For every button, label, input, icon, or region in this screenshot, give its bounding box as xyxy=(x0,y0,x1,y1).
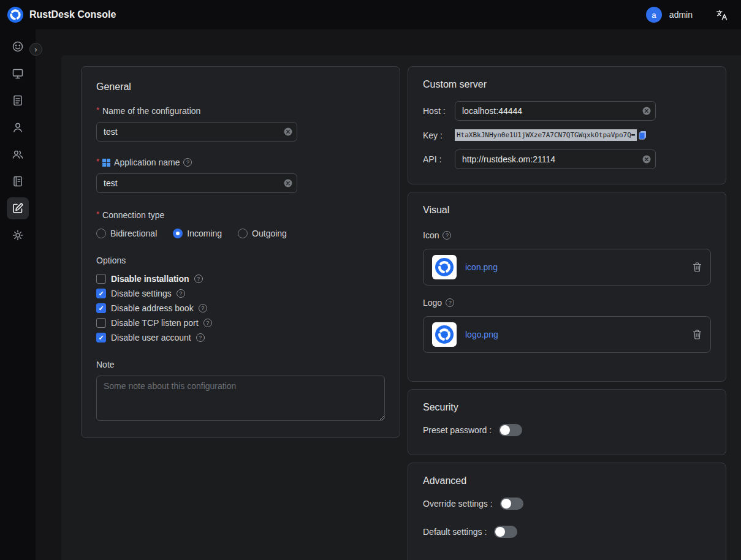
preset-password-label: Preset password : xyxy=(423,425,492,435)
host-field xyxy=(455,101,656,121)
override-settings-label: Override settings : xyxy=(423,499,493,509)
logo-file-link[interactable]: logo.png xyxy=(465,330,684,339)
users-icon xyxy=(12,148,24,161)
sidebar-item-users[interactable] xyxy=(7,116,29,138)
sidebar-item-custom-clients[interactable] xyxy=(7,197,29,219)
checkbox-disable-tcp-listen-port[interactable]: Disable TCP listen port ? xyxy=(96,318,385,328)
logo-label-row: Logo ? xyxy=(423,298,711,308)
right-column: Custom server Host : Key : xyxy=(408,66,726,560)
brand: RustDesk Console xyxy=(7,7,116,23)
help-icon[interactable]: ? xyxy=(183,158,192,167)
radio-incoming[interactable]: Incoming xyxy=(173,229,222,238)
clear-icon[interactable] xyxy=(642,155,651,164)
help-icon[interactable]: ? xyxy=(199,304,207,312)
gear-icon xyxy=(12,229,24,241)
app-body: › General * Name of the configuration xyxy=(0,29,741,560)
monitor-icon xyxy=(12,67,24,80)
checkbox-control[interactable] xyxy=(96,303,106,313)
application-name-field xyxy=(96,173,297,193)
windows-icon xyxy=(102,159,110,167)
required-asterisk: * xyxy=(96,105,99,115)
radio-control[interactable] xyxy=(238,229,248,238)
sidebar-item-dashboard[interactable] xyxy=(7,36,29,58)
translate-icon[interactable] xyxy=(716,10,728,20)
content-area: General * Name of the configuration * xyxy=(36,29,741,560)
checkbox-control[interactable] xyxy=(96,274,106,284)
avatar[interactable]: a xyxy=(646,7,662,23)
advanced-title: Advanced xyxy=(423,475,711,486)
sidebar-item-documents[interactable] xyxy=(7,89,29,112)
help-icon[interactable]: ? xyxy=(203,319,212,327)
copy-icon[interactable] xyxy=(638,131,647,140)
custom-server-card: Custom server Host : Key : xyxy=(408,66,726,184)
user-icon xyxy=(12,121,24,134)
radio-outgoing[interactable]: Outgoing xyxy=(238,229,287,238)
override-settings-toggle[interactable] xyxy=(500,498,523,510)
help-icon[interactable]: ? xyxy=(177,289,185,298)
clear-icon[interactable] xyxy=(284,127,292,136)
connection-type-label: * Connection type xyxy=(96,210,385,220)
trash-icon[interactable] xyxy=(693,330,702,339)
username[interactable]: admin xyxy=(669,10,693,20)
header-right: a admin xyxy=(646,7,728,23)
checkbox-control[interactable] xyxy=(96,333,106,342)
checkbox-disable-address-book[interactable]: Disable address book ? xyxy=(96,303,385,313)
application-name-input[interactable] xyxy=(96,173,297,193)
checkbox-control[interactable] xyxy=(96,318,106,328)
main-panel: General * Name of the configuration * xyxy=(61,55,741,560)
config-name-input[interactable] xyxy=(96,122,297,142)
options-list: Disable installation ? Disable settings … xyxy=(96,274,385,342)
checkbox-disable-user-account[interactable]: Disable user account ? xyxy=(96,333,385,342)
checkbox-disable-settings[interactable]: Disable settings ? xyxy=(96,289,385,298)
radio-control[interactable] xyxy=(173,229,183,238)
edit-icon xyxy=(12,202,24,214)
required-asterisk: * xyxy=(96,210,99,219)
document-icon xyxy=(12,94,24,107)
host-row: Host : xyxy=(423,101,711,121)
host-label: Host : xyxy=(423,106,455,116)
sidebar-item-groups[interactable] xyxy=(7,143,29,165)
api-label: API : xyxy=(423,154,455,164)
icon-label-row: Icon ? xyxy=(423,230,711,240)
header: RustDesk Console a admin xyxy=(0,0,741,29)
sidebar-item-devices[interactable] xyxy=(7,62,29,85)
help-icon[interactable]: ? xyxy=(446,298,454,307)
checkbox-disable-installation[interactable]: Disable installation ? xyxy=(96,274,385,284)
checkbox-control[interactable] xyxy=(96,289,106,298)
api-input[interactable] xyxy=(455,149,656,169)
help-icon[interactable]: ? xyxy=(196,333,205,342)
default-settings-toggle[interactable] xyxy=(494,526,517,538)
sidebar-item-settings[interactable] xyxy=(7,224,29,246)
help-icon[interactable]: ? xyxy=(443,231,451,240)
note-textarea[interactable] xyxy=(96,376,385,421)
default-settings-row: Default settings : xyxy=(423,526,711,538)
host-input[interactable] xyxy=(455,101,656,121)
radio-bidirectional[interactable]: Bidirectional xyxy=(96,229,157,238)
help-icon[interactable]: ? xyxy=(194,274,203,283)
clear-icon[interactable] xyxy=(284,179,292,187)
notebook-icon xyxy=(12,175,24,187)
visual-card: Visual Icon ? ic xyxy=(408,192,726,382)
config-name-field xyxy=(96,122,297,142)
note-label: Note xyxy=(96,360,385,369)
columns: General * Name of the configuration * xyxy=(61,55,741,560)
advanced-card: Advanced Override settings : Default set… xyxy=(408,463,726,560)
preset-password-row: Preset password : xyxy=(423,424,711,436)
visual-title: Visual xyxy=(423,205,711,216)
connection-type-group: Bidirectional Incoming Outgoing xyxy=(96,229,385,238)
key-label: Key : xyxy=(423,131,455,140)
radio-control[interactable] xyxy=(96,229,106,238)
api-row: API : xyxy=(423,149,711,169)
preset-password-toggle[interactable] xyxy=(499,424,522,436)
sidebar-item-logs[interactable] xyxy=(7,170,29,192)
trash-icon[interactable] xyxy=(693,262,702,272)
override-settings-row: Override settings : xyxy=(423,498,711,510)
security-title: Security xyxy=(423,402,711,413)
app-title: RustDesk Console xyxy=(29,9,116,20)
clear-icon[interactable] xyxy=(642,107,651,115)
icon-file-link[interactable]: icon.png xyxy=(465,262,684,272)
application-name-label: * Application name ? xyxy=(96,157,385,167)
smiley-icon xyxy=(12,40,24,53)
sidebar xyxy=(0,29,36,560)
sidebar-expand-button[interactable]: › xyxy=(29,43,42,56)
